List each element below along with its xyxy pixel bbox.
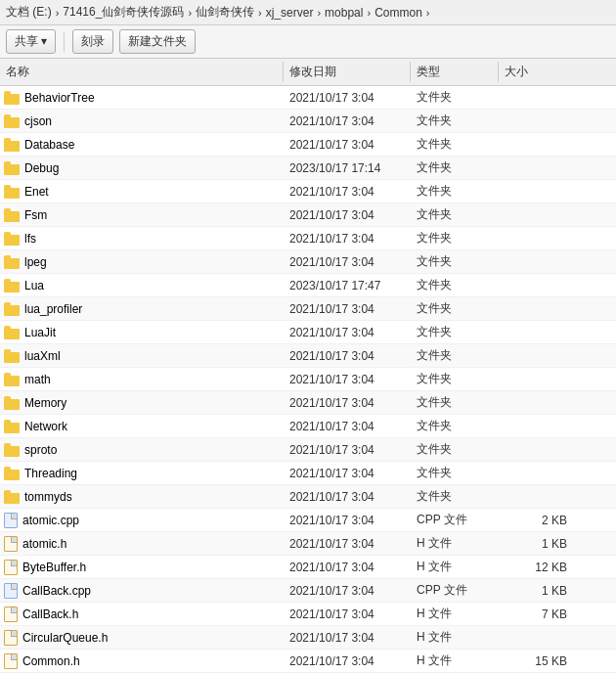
file-name-text: math <box>24 373 51 386</box>
file-name-text: CallBack.cpp <box>22 584 91 598</box>
file-name-text: atomic.h <box>22 537 66 551</box>
burn-button[interactable]: 刻录 <box>72 29 113 54</box>
file-name-text: Enet <box>24 185 49 199</box>
table-row[interactable]: lua_profiler2021/10/17 3:04文件夹 <box>0 297 616 321</box>
folder-icon <box>4 255 20 269</box>
file-size-cell <box>499 306 577 312</box>
table-row[interactable]: tommyds2021/10/17 3:04文件夹 <box>0 485 616 509</box>
file-type-cell: 文件夹 <box>411 485 499 508</box>
cpp-file-icon <box>4 583 18 599</box>
file-type-cell: H 文件 <box>411 650 499 672</box>
file-name-cell: CallBack.cpp <box>0 580 284 602</box>
file-size-cell: 7 KB <box>499 605 577 624</box>
col-header-name[interactable]: 名称 <box>0 62 284 82</box>
table-row[interactable]: Debug2023/10/17 17:14文件夹 <box>0 157 616 180</box>
file-name-cell: Database <box>0 135 284 155</box>
table-row[interactable]: Network2021/10/17 3:04文件夹 <box>0 415 616 438</box>
file-name-cell: Lua <box>0 276 284 295</box>
table-row[interactable]: BehaviorTree2021/10/17 3:04文件夹 <box>0 86 616 110</box>
address-arrow-2: › <box>258 7 262 19</box>
file-name-text: lua_profiler <box>24 302 82 316</box>
file-date-cell: 2021/10/17 3:04 <box>284 487 411 507</box>
address-bar: 文档 (E:) › 71416_仙剑奇侠传源码 › 仙剑奇侠传 › xj_ser… <box>0 0 616 25</box>
folder-icon <box>4 396 20 410</box>
col-header-date[interactable]: 修改日期 <box>284 62 411 82</box>
file-name-text: Debug <box>24 161 59 175</box>
file-type-cell: H 文件 <box>411 532 499 555</box>
table-row[interactable]: Lua2023/10/17 17:47文件夹 <box>0 274 616 297</box>
h-file-icon <box>4 560 18 575</box>
file-type-cell: 文件夹 <box>411 86 499 109</box>
address-arrow-1: › <box>188 7 192 19</box>
file-size-cell: 15 KB <box>499 652 577 671</box>
file-type-cell: 文件夹 <box>411 462 499 484</box>
folder-icon <box>4 443 20 457</box>
new-folder-button[interactable]: 新建文件夹 <box>119 29 196 54</box>
table-row[interactable]: luaXml2021/10/17 3:04文件夹 <box>0 344 616 368</box>
file-date-cell: 2021/10/17 3:04 <box>284 112 411 131</box>
file-date-cell: 2023/10/17 17:14 <box>284 158 411 178</box>
table-row[interactable]: LuaJit2021/10/17 3:04文件夹 <box>0 321 616 344</box>
file-date-cell: 2021/10/17 3:04 <box>284 252 411 272</box>
table-row[interactable]: cjson2021/10/17 3:04文件夹 <box>0 110 616 133</box>
h-file-icon <box>4 653 18 669</box>
col-header-size[interactable]: 大小 <box>499 62 577 82</box>
table-row[interactable]: Memory2021/10/17 3:04文件夹 <box>0 391 616 415</box>
table-row[interactable]: Fsm2021/10/17 3:04文件夹 <box>0 203 616 227</box>
file-name-cell: lua_profiler <box>0 299 284 319</box>
file-date-cell: 2021/10/17 3:04 <box>284 581 411 601</box>
file-name-cell: lfs <box>0 229 284 248</box>
file-name-text: atomic.cpp <box>22 514 79 527</box>
file-size-cell: 12 KB <box>499 558 577 577</box>
file-size-cell <box>499 259 577 265</box>
table-row[interactable]: Common.h2021/10/17 3:04H 文件15 KB <box>0 650 616 673</box>
folder-icon <box>4 467 20 480</box>
table-row[interactable]: CallBack.h2021/10/17 3:04H 文件7 KB <box>0 603 616 626</box>
folder-icon <box>4 138 20 152</box>
file-name-cell: CallBack.h <box>0 604 284 625</box>
file-size-cell <box>499 212 577 218</box>
file-date-cell: 2021/10/17 3:04 <box>284 323 411 342</box>
address-part-3: xj_server <box>266 6 314 20</box>
file-name-cell: Fsm <box>0 205 284 225</box>
table-row[interactable]: Database2021/10/17 3:04文件夹 <box>0 133 616 157</box>
table-row[interactable]: math2021/10/17 3:04文件夹 <box>0 368 616 391</box>
file-size-cell <box>499 471 577 476</box>
table-row[interactable]: Enet2021/10/17 3:04文件夹 <box>0 180 616 203</box>
table-row[interactable]: lpeg2021/10/17 3:04文件夹 <box>0 250 616 274</box>
file-name-cell: Debug <box>0 158 284 178</box>
table-row[interactable]: Threading2021/10/17 3:04文件夹 <box>0 462 616 485</box>
table-row[interactable]: CircularQueue.h2021/10/17 3:04H 文件 <box>0 626 616 650</box>
folder-icon <box>4 232 20 246</box>
file-name-cell: atomic.cpp <box>0 510 284 531</box>
file-size-cell <box>499 189 577 195</box>
file-date-cell: 2021/10/17 3:04 <box>284 393 411 413</box>
table-row[interactable]: atomic.cpp2021/10/17 3:04CPP 文件2 KB <box>0 509 616 532</box>
share-button[interactable]: 共享 ▾ <box>6 29 56 54</box>
file-date-cell: 2021/10/17 3:04 <box>284 346 411 366</box>
file-date-cell: 2021/10/17 3:04 <box>284 135 411 155</box>
table-row[interactable]: atomic.h2021/10/17 3:04H 文件1 KB <box>0 532 616 556</box>
folder-icon <box>4 490 20 504</box>
folder-icon <box>4 114 20 128</box>
file-type-cell: H 文件 <box>411 556 499 578</box>
file-type-cell: 文件夹 <box>411 157 499 179</box>
file-name-text: Database <box>24 138 74 152</box>
table-row[interactable]: lfs2021/10/17 3:04文件夹 <box>0 227 616 250</box>
table-row[interactable]: ByteBuffer.h2021/10/17 3:04H 文件12 KB <box>0 556 616 579</box>
table-row[interactable]: sproto2021/10/17 3:04文件夹 <box>0 438 616 462</box>
file-name-text: cjson <box>24 114 52 128</box>
address-part-1: 71416_仙剑奇侠传源码 <box>63 4 184 21</box>
file-size-cell <box>499 142 577 148</box>
file-size-cell <box>499 635 577 641</box>
file-date-cell: 2021/10/17 3:04 <box>284 652 411 671</box>
file-type-cell: H 文件 <box>411 603 499 625</box>
address-arrow-0: › <box>56 7 60 19</box>
file-date-cell: 2021/10/17 3:04 <box>284 534 411 554</box>
toolbar: 共享 ▾ 刻录 新建文件夹 <box>0 25 616 59</box>
file-date-cell: 2021/10/17 3:04 <box>284 299 411 319</box>
table-row[interactable]: CallBack.cpp2021/10/17 3:04CPP 文件1 KB <box>0 579 616 603</box>
file-type-cell: 文件夹 <box>411 227 499 249</box>
col-header-type[interactable]: 类型 <box>411 62 499 82</box>
file-name-cell: LuaJit <box>0 323 284 342</box>
